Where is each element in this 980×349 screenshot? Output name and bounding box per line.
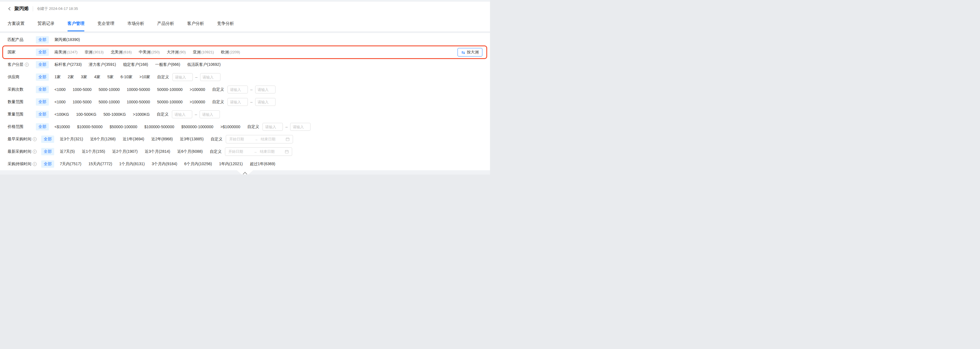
suppliers-max-input[interactable] (200, 73, 220, 81)
country-option-4[interactable]: 中美洲(250) (139, 50, 160, 55)
purchase-duration-option-4[interactable]: 3个月内(9184) (152, 161, 177, 167)
suppliers-option-5[interactable]: 5家 (107, 75, 113, 80)
tab-customer-management[interactable]: 客户管理 (67, 16, 84, 31)
info-icon[interactable]: ! (33, 150, 37, 154)
weight-range-option-4[interactable]: >1000KG (133, 112, 150, 116)
purchase-count-option-3[interactable]: 5000-10000 (99, 87, 120, 92)
latest-purchase-time-option-4[interactable]: 近3个月(2814) (145, 149, 170, 154)
quantity-range-custom-option[interactable]: 自定义 (212, 99, 224, 105)
latest-purchase-time-option-5[interactable]: 近6个月(6088) (177, 149, 203, 154)
purchase-duration-option-3[interactable]: 1个月内(8131) (119, 161, 145, 167)
tab-plan-settings[interactable]: 方案设置 (8, 16, 25, 31)
quantity-range-min-input[interactable] (228, 98, 248, 106)
price-range-max-input[interactable] (290, 123, 310, 131)
match-product-option-1[interactable]: 聚丙烯(18390) (54, 37, 80, 42)
customer-tier-option-all[interactable]: 全部 (36, 61, 49, 69)
match-product-option-all[interactable]: 全部 (36, 36, 49, 43)
suppliers-option-7[interactable]: >10家 (140, 75, 150, 80)
price-range-option-4[interactable]: $100000-500000 (144, 124, 174, 129)
weight-range-option-1[interactable]: <100KG (54, 112, 69, 116)
quantity-range-option-4[interactable]: 10000-50000 (127, 100, 150, 104)
purchase-count-max-input[interactable] (255, 86, 275, 94)
suppliers-min-input[interactable] (172, 73, 193, 81)
country-option-7[interactable]: 欧洲(2209) (221, 50, 240, 55)
suppliers-custom-option[interactable]: 自定义 (157, 75, 169, 80)
purchase-duration-option-all[interactable]: 全部 (41, 160, 54, 168)
info-icon[interactable]: ! (33, 137, 37, 141)
earliest-purchase-time-option-all[interactable]: 全部 (41, 135, 54, 143)
quantity-range-max-input[interactable] (255, 98, 275, 106)
latest-purchase-time-option-3[interactable]: 近2个月(1907) (112, 149, 137, 154)
purchase-duration-option-5[interactable]: 6个月内(10256) (184, 161, 212, 167)
price-range-option-2[interactable]: $10000-50000 (77, 124, 102, 129)
tab-market-analysis[interactable]: 市场分析 (127, 16, 144, 31)
purchase-duration-option-7[interactable]: 超过1年(6369) (250, 161, 275, 167)
quantity-range-option-2[interactable]: 1000-5000 (73, 100, 91, 104)
price-range-option-1[interactable]: <$10000 (54, 124, 70, 129)
latest-purchase-time-option-1[interactable]: 近7天(5) (60, 149, 75, 154)
earliest-purchase-time-option-3[interactable]: 近1年(3694) (123, 137, 144, 142)
latest-purchase-time-option-all[interactable]: 全部 (41, 148, 54, 155)
customer-tier-option-5[interactable]: 低活跃客户(10692) (187, 62, 220, 67)
suppliers-option-2[interactable]: 2家 (68, 75, 74, 80)
purchase-count-custom-option[interactable]: 自定义 (212, 87, 224, 92)
purchase-count-option-all[interactable]: 全部 (36, 86, 49, 93)
weight-range-option-2[interactable]: 100-500KG (76, 112, 97, 116)
info-icon[interactable]: ! (25, 63, 29, 67)
earliest-purchase-time-option-5[interactable]: 近3年(13885) (180, 137, 204, 142)
tab-customer-analysis[interactable]: 客户分析 (187, 16, 204, 31)
country-option-2[interactable]: 非洲(3013) (85, 50, 104, 55)
info-icon[interactable]: ! (33, 162, 37, 166)
country-option-5[interactable]: 大洋洲(90) (167, 50, 186, 55)
weight-range-option-3[interactable]: 500-1000KG (103, 112, 126, 116)
price-range-custom-option[interactable]: 自定义 (247, 124, 259, 129)
by-continent-button[interactable]: ⇆按大洲 (458, 48, 482, 56)
purchase-count-option-1[interactable]: <1000 (54, 87, 65, 92)
customer-tier-option-4[interactable]: 一般客户(666) (155, 62, 180, 67)
suppliers-option-all[interactable]: 全部 (36, 73, 49, 81)
country-option-6[interactable]: 亚洲(10921) (193, 50, 214, 55)
weight-range-min-input[interactable] (172, 110, 192, 118)
price-range-option-5[interactable]: $500000-1000000 (181, 124, 213, 129)
tab-competition-analysis[interactable]: 竞争分析 (217, 16, 234, 31)
country-option-all[interactable]: 全部 (36, 49, 49, 56)
weight-range-option-all[interactable]: 全部 (36, 111, 49, 118)
earliest-purchase-time-option-4[interactable]: 近2年(8968) (151, 137, 173, 142)
quantity-range-option-5[interactable]: 50000-100000 (157, 100, 183, 104)
tab-trade-records[interactable]: 贸易记录 (38, 16, 54, 31)
suppliers-option-4[interactable]: 4家 (94, 75, 100, 80)
quantity-range-option-6[interactable]: >100000 (190, 100, 205, 104)
purchase-count-option-4[interactable]: 10000-50000 (127, 87, 150, 92)
suppliers-option-6[interactable]: 6-10家 (121, 75, 132, 80)
tab-product-analysis[interactable]: 产品分析 (157, 16, 174, 31)
quantity-range-option-3[interactable]: 5000-10000 (99, 100, 120, 104)
price-range-min-input[interactable] (262, 123, 283, 131)
earliest-purchase-time-option-2[interactable]: 近6个月(1268) (90, 137, 115, 142)
country-option-1[interactable]: 南美洲(1247) (54, 50, 78, 55)
price-range-option-3[interactable]: $50000-100000 (110, 124, 137, 129)
purchase-duration-option-2[interactable]: 15天内(7772) (88, 161, 112, 167)
earliest-purchase-time-custom-option[interactable]: 自定义 (210, 137, 223, 142)
customer-tier-option-3[interactable]: 稳定客户(168) (123, 62, 148, 67)
customer-tier-option-2[interactable]: 潜力客户(3591) (89, 62, 116, 67)
latest-purchase-time-daterange-picker[interactable]: 开始日期→结束日期 (225, 147, 292, 156)
latest-purchase-time-custom-option[interactable]: 自定义 (210, 149, 221, 154)
earliest-purchase-time-daterange-picker[interactable]: 开始日期→结束日期 (226, 135, 293, 143)
quantity-range-option-all[interactable]: 全部 (36, 98, 49, 105)
purchase-count-option-6[interactable]: >100000 (190, 87, 205, 92)
price-range-option-6[interactable]: >$1000000 (220, 124, 240, 129)
country-option-3[interactable]: 北美洲(616) (111, 50, 132, 55)
purchase-count-option-5[interactable]: 50000-100000 (157, 87, 183, 92)
weight-range-max-input[interactable] (200, 110, 220, 118)
purchase-duration-option-6[interactable]: 1年内(12021) (219, 161, 243, 167)
purchase-count-min-input[interactable] (228, 86, 248, 94)
earliest-purchase-time-option-1[interactable]: 近3个月(321) (60, 137, 83, 142)
purchase-duration-option-1[interactable]: 7天内(7517) (60, 161, 81, 167)
suppliers-option-1[interactable]: 1家 (54, 75, 61, 80)
weight-range-custom-option[interactable]: 自定义 (157, 112, 169, 117)
tab-competitor-management[interactable]: 竞企管理 (97, 16, 114, 31)
purchase-count-option-2[interactable]: 1000-5000 (73, 87, 91, 92)
suppliers-option-3[interactable]: 3家 (81, 75, 87, 80)
quantity-range-option-1[interactable]: <1000 (54, 100, 65, 104)
customer-tier-option-1[interactable]: 标杆客户(2733) (54, 62, 81, 67)
